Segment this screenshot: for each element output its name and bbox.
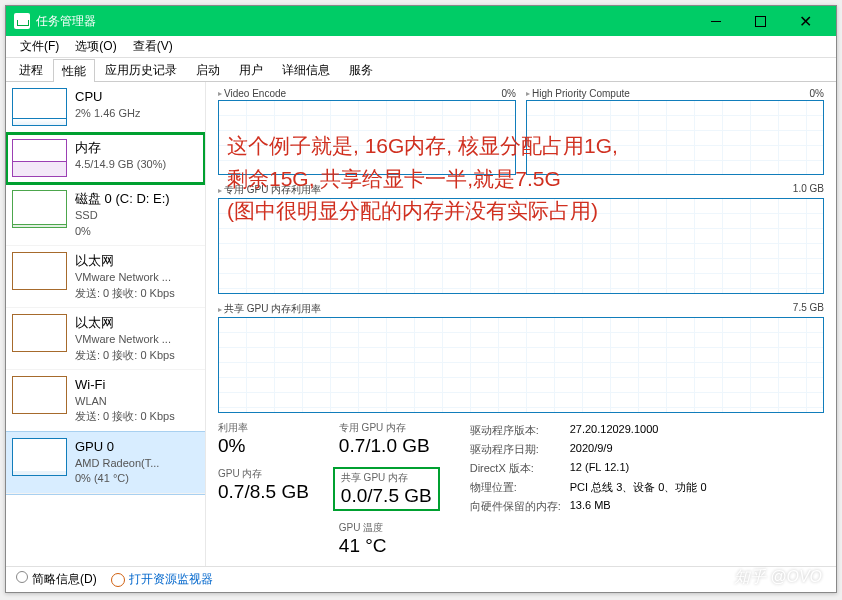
statusbar: 简略信息(D) 打开资源监视器 — [6, 566, 836, 592]
maximize-button[interactable] — [738, 6, 783, 36]
titlebar[interactable]: 任务管理器 ✕ — [6, 6, 836, 36]
menubar: 文件(F) 选项(O) 查看(V) — [6, 36, 836, 58]
sidebar-item-eth1[interactable]: 以太网 VMware Network ... 发送: 0 接收: 0 Kbps — [6, 308, 205, 370]
tab-apphistory[interactable]: 应用历史记录 — [96, 58, 186, 81]
close-button[interactable]: ✕ — [783, 6, 828, 36]
window-title: 任务管理器 — [36, 13, 693, 30]
sidebar-item-eth0[interactable]: 以太网 VMware Network ... 发送: 0 接收: 0 Kbps — [6, 246, 205, 308]
ded-mem-label: 专用 GPU 内存 — [339, 421, 440, 435]
sidebar-disk-title: 磁盘 0 (C: D: E:) — [75, 190, 170, 208]
disk-thumb-icon — [12, 190, 67, 228]
tab-services[interactable]: 服务 — [340, 58, 382, 81]
menu-file[interactable]: 文件(F) — [12, 38, 67, 55]
tab-performance[interactable]: 性能 — [53, 59, 95, 82]
tab-users[interactable]: 用户 — [230, 58, 272, 81]
annotation-overlay: 这个例子就是, 16G内存, 核显分配占用1G, 剩余15G, 共享给显卡一半,… — [227, 130, 618, 228]
sidebar-cpu-title: CPU — [75, 88, 140, 106]
sidebar-item-gpu0[interactable]: GPU 0 AMD Radeon(T... 0% (41 °C) — [6, 432, 205, 494]
ded-mem-value: 0.7/1.0 GB — [339, 435, 440, 457]
watermark: 知乎 @OVO — [734, 567, 822, 588]
graph-label-shared-mem: 共享 GPU 内存利用率 — [218, 302, 321, 316]
temp-value: 41 °C — [339, 535, 440, 557]
sidebar-item-disk0[interactable]: 磁盘 0 (C: D: E:) SSD 0% — [6, 184, 205, 246]
temp-label: GPU 温度 — [339, 521, 440, 535]
tab-processes[interactable]: 进程 — [10, 58, 52, 81]
menu-options[interactable]: 选项(O) — [67, 38, 124, 55]
sidebar-mem-value: 4.5/14.9 GB (30%) — [75, 157, 166, 172]
sidebar-item-memory[interactable]: 内存 4.5/14.9 GB (30%) — [6, 133, 205, 184]
tab-details[interactable]: 详细信息 — [273, 58, 339, 81]
menu-view[interactable]: 查看(V) — [125, 38, 181, 55]
gpu-stats: 利用率 0% GPU 内存 0.7/8.5 GB 专用 GPU 内存 0.7/1… — [218, 421, 824, 566]
shared-mem-value: 0.0/7.5 GB — [341, 485, 432, 507]
util-value: 0% — [218, 435, 309, 457]
cpu-thumb-icon — [12, 88, 67, 126]
minimize-button[interactable] — [693, 6, 738, 36]
shared-mem-highlighted: 共享 GPU 内存 0.0/7.5 GB — [333, 467, 440, 511]
app-icon — [14, 13, 30, 29]
wifi-thumb-icon — [12, 376, 67, 414]
gpu-thumb-icon — [12, 438, 67, 476]
graph-label-video-encode[interactable]: Video Encode — [218, 88, 502, 99]
perf-sidebar: CPU 2% 1.46 GHz 内存 4.5/14.9 GB (30%) 磁盘 … — [6, 82, 206, 566]
task-manager-window: 任务管理器 ✕ 文件(F) 选项(O) 查看(V) 进程 性能 应用历史记录 启… — [5, 5, 837, 593]
ethernet-thumb-icon — [12, 252, 67, 290]
sidebar-item-wifi[interactable]: Wi-Fi WLAN 发送: 0 接收: 0 Kbps — [6, 370, 205, 432]
ethernet-thumb-icon — [12, 314, 67, 352]
graph-label-high-priority[interactable]: High Priority Compute — [526, 88, 810, 99]
open-resmon-link[interactable]: 打开资源监视器 — [111, 571, 213, 588]
memory-thumb-icon — [12, 139, 67, 177]
sidebar-cpu-value: 2% 1.46 GHz — [75, 106, 140, 121]
tab-startup[interactable]: 启动 — [187, 58, 229, 81]
sidebar-mem-title: 内存 — [75, 139, 166, 157]
graph-shared-mem — [218, 317, 824, 413]
sidebar-item-cpu[interactable]: CPU 2% 1.46 GHz — [6, 82, 205, 133]
tabbar: 进程 性能 应用历史记录 启动 用户 详细信息 服务 — [6, 58, 836, 82]
fewer-details-button[interactable]: 简略信息(D) — [16, 571, 97, 588]
gpu-mem-label: GPU 内存 — [218, 467, 309, 481]
util-label: 利用率 — [218, 421, 309, 435]
gpu-mem-value: 0.7/8.5 GB — [218, 481, 309, 503]
shared-mem-label: 共享 GPU 内存 — [341, 471, 432, 485]
